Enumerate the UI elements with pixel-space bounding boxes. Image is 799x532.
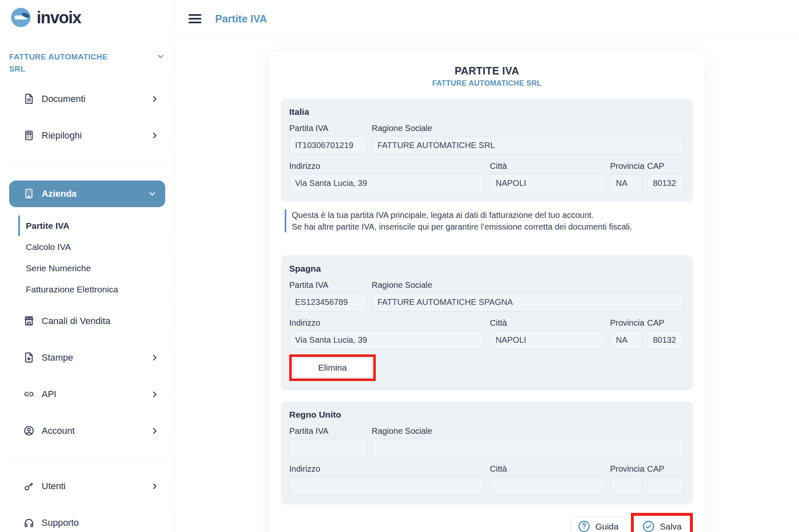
sidebar-item-stampe[interactable]: Stampe <box>9 347 165 368</box>
sidebar-item-label: API <box>42 389 56 400</box>
topbar: Partite IVA <box>175 0 799 38</box>
field-label: Indirizzo <box>289 318 485 328</box>
info-note: Questa è la tua partita IVA principale, … <box>285 209 693 233</box>
sidebar-item-label: Utenti <box>42 481 65 492</box>
field-label: CAP <box>647 318 685 328</box>
sidebar-subitem-serie-numeriche[interactable]: Serie Numeriche <box>18 258 165 279</box>
building-icon <box>23 188 35 200</box>
sidebar-item-label: Account <box>42 426 75 436</box>
sidebar-item-supporto[interactable]: Supporto <box>9 512 165 532</box>
partita-iva-input[interactable] <box>289 293 367 312</box>
field-label: Partita IVA <box>289 426 367 436</box>
sidebar-item-account[interactable]: Account <box>9 421 165 441</box>
field-label: Città <box>490 318 605 328</box>
sidebar-item-label: Supporto <box>42 517 79 528</box>
field-indirizzo: Indirizzo <box>289 161 485 193</box>
sidebar-item-azienda[interactable]: Azienda <box>9 181 165 207</box>
chevron-down-icon <box>156 52 165 61</box>
provincia-input[interactable] <box>610 331 642 349</box>
sidebar-subitem-fatturazione-elettronica[interactable]: Fatturazione Elettronica <box>18 279 165 300</box>
chevron-right-icon <box>150 390 159 399</box>
sidebar-item-api[interactable]: API <box>9 384 165 405</box>
calculator-icon <box>23 129 35 141</box>
elimina-button[interactable]: Elimina <box>293 358 372 377</box>
sidebar-item-riepiloghi[interactable]: Riepiloghi <box>9 125 165 146</box>
guida-label: Guida <box>595 522 618 532</box>
chevron-right-icon <box>150 94 159 104</box>
field-label: Provincia <box>610 464 642 474</box>
account-switcher[interactable]: FATTURE AUTOMATICHE SRL <box>9 51 165 75</box>
sidebar-subitem-partite-iva[interactable]: Partite IVA <box>18 215 165 236</box>
field-provincia: Provincia <box>610 318 642 349</box>
field-label: CAP <box>647 464 685 474</box>
sidebar-item-documenti[interactable]: Documenti <box>9 89 165 109</box>
field-cap: CAP <box>647 464 685 495</box>
card-subtitle: FATTURE AUTOMATICHE SRL <box>281 79 693 88</box>
field-cap: CAP <box>647 161 685 193</box>
note-line: Questa è la tua partita IVA principale, … <box>292 209 632 221</box>
indirizzo-input[interactable] <box>289 174 485 193</box>
section-spagna: Spagna Partita IVA Ragione Sociale Indir… <box>281 255 693 390</box>
citta-input[interactable] <box>490 477 605 495</box>
sidebar-divider <box>9 162 165 162</box>
field-citta: Città <box>490 464 605 495</box>
brand-e-icon <box>9 6 32 29</box>
salva-button[interactable]: Salva <box>635 517 689 532</box>
sidebar: invoix FATTURE AUTOMATICHE SRL Documenti… <box>0 0 175 532</box>
key-icon <box>23 480 35 492</box>
citta-input[interactable] <box>490 331 605 349</box>
chevron-down-icon <box>148 189 157 198</box>
indirizzo-input[interactable] <box>289 477 485 495</box>
sidebar-item-canali-di-vendita[interactable]: Canali di Vendita <box>9 311 165 332</box>
page-title: Partite IVA <box>215 13 267 25</box>
sidebar-subitem-label: Partite IVA <box>26 221 69 231</box>
indirizzo-input[interactable] <box>289 331 485 349</box>
partite-iva-card: PARTITE IVA FATTURE AUTOMATICHE SRL Ital… <box>268 51 705 532</box>
chevron-right-icon <box>150 482 159 491</box>
ragione-sociale-input[interactable] <box>372 136 685 155</box>
field-label: CAP <box>647 161 685 171</box>
content: PARTITE IVA FATTURE AUTOMATICHE SRL Ital… <box>175 38 799 532</box>
section-title: Italia <box>289 107 685 117</box>
citta-input[interactable] <box>490 174 605 193</box>
sidebar-item-utenti[interactable]: Utenti <box>9 476 165 497</box>
ragione-sociale-input[interactable] <box>372 439 685 458</box>
field-citta: Città <box>490 161 605 193</box>
print-document-icon <box>23 351 35 364</box>
provincia-input[interactable] <box>610 477 642 495</box>
cap-input[interactable] <box>647 331 685 349</box>
brand-logo[interactable]: invoix <box>9 6 165 29</box>
chevron-right-icon <box>150 426 159 435</box>
question-circle-icon <box>578 520 591 532</box>
hamburger-menu-icon[interactable] <box>189 14 201 23</box>
annotation-box-elimina: Elimina <box>289 354 376 381</box>
sidebar-subitem-label: Serie Numeriche <box>26 263 91 273</box>
field-label: Ragione Sociale <box>372 426 685 436</box>
sidebar-subitem-label: Calcolo IVA <box>26 242 71 252</box>
partita-iva-input[interactable] <box>289 439 367 458</box>
section-regno-unito: Regno Unito Partita IVA Ragione Sociale … <box>281 401 693 505</box>
sidebar-item-label: Azienda <box>42 188 77 199</box>
main-area: Partite IVA PARTITE IVA FATTURE AUTOMATI… <box>175 0 799 532</box>
ragione-sociale-input[interactable] <box>372 293 685 312</box>
field-ragione-sociale: Ragione Sociale <box>372 426 685 458</box>
sidebar-subitem-calcolo-iva[interactable]: Calcolo IVA <box>18 237 165 257</box>
card-footer: Guida Salva <box>281 513 693 532</box>
cap-input[interactable] <box>647 174 685 193</box>
guida-button[interactable]: Guida <box>570 517 626 532</box>
provincia-input[interactable] <box>610 174 642 193</box>
cap-input[interactable] <box>647 477 685 495</box>
annotation-box-salva: Salva <box>631 513 693 532</box>
sidebar-subitem-label: Fatturazione Elettronica <box>26 285 118 294</box>
sidebar-item-label: Stampe <box>42 352 73 363</box>
sidebar-item-label: Documenti <box>42 94 85 104</box>
field-label: Provincia <box>610 318 642 328</box>
section-italia: Italia Partita IVA Ragione Sociale Indir… <box>281 99 693 202</box>
field-label: Ragione Sociale <box>372 280 685 290</box>
field-partita-iva: Partita IVA <box>289 124 367 155</box>
field-citta: Città <box>490 318 605 349</box>
note-line: Se hai altre partite IVA, inseriscile qu… <box>292 221 632 233</box>
partita-iva-input[interactable] <box>289 136 367 155</box>
section-title: Spagna <box>289 264 685 274</box>
field-indirizzo: Indirizzo <box>289 318 485 349</box>
